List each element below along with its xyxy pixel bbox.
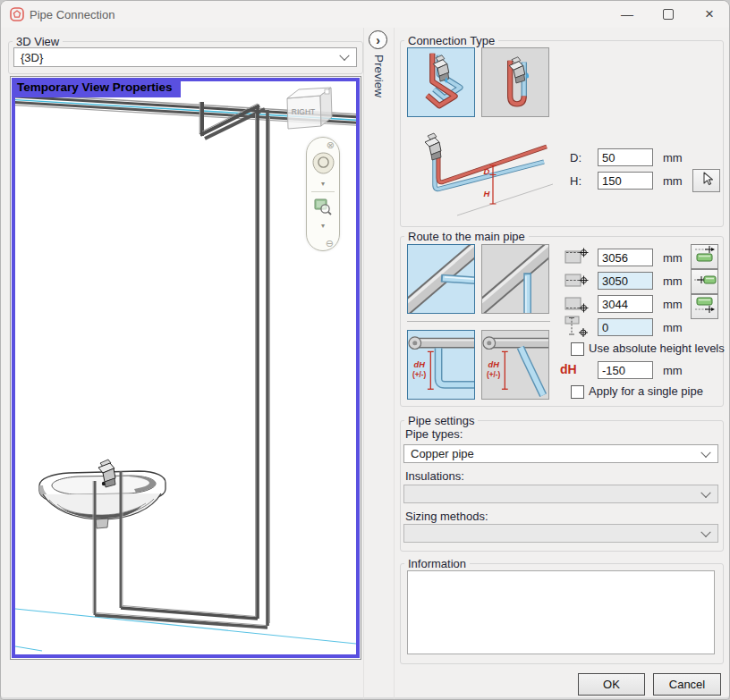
minimize-button[interactable]: — (607, 1, 648, 28)
pipe-types-label: Pipe types: (405, 427, 463, 441)
dh-label: dH (560, 362, 577, 376)
pipe-connection-dialog: Pipe Connection — × 3D View {3D} Tempora… (0, 0, 730, 700)
navbar-close-icon[interactable]: ⊗ (327, 140, 335, 150)
align-center-icon (693, 269, 717, 294)
pick-in-model-button[interactable] (692, 169, 720, 192)
route-option-parallel[interactable] (407, 244, 475, 314)
cursor-pick-icon (699, 170, 715, 191)
route-thumbs-divider (407, 321, 550, 322)
sink (39, 460, 166, 528)
thumb-dh-text: dH (488, 360, 499, 369)
sizing-methods-label: Sizing methods: (405, 510, 488, 523)
viewcube: RIGHT (287, 88, 332, 129)
route-option-angled-drop[interactable]: dH (+/-) (481, 330, 549, 400)
dh-dimension (428, 351, 434, 389)
offset-center-input[interactable] (598, 272, 653, 290)
dh-unit: mm (663, 364, 683, 377)
align-center-button[interactable] (691, 269, 718, 294)
h-label: H: (570, 174, 581, 188)
chevron-down-icon (339, 51, 349, 61)
dh-dimension (502, 351, 508, 389)
sizing-methods-select[interactable] (403, 524, 718, 543)
maximize-icon (663, 9, 674, 20)
align-bottom-icon (693, 294, 717, 319)
ok-button[interactable]: OK (578, 673, 645, 696)
route-group-label: Route to the main pipe (408, 230, 525, 243)
h-unit: mm (663, 174, 683, 188)
preview-frame: Temporary View Properties (10, 76, 361, 660)
connection-type-option-2[interactable] (481, 47, 549, 117)
thumb-pm-text: (+/-) (412, 371, 427, 379)
viewcube-home-icon (325, 89, 329, 94)
route-option-perpendicular[interactable] (481, 244, 549, 314)
connection-diagram: D H (408, 128, 553, 219)
offset-bottom-input[interactable] (598, 295, 653, 313)
minimize-icon: — (621, 7, 633, 21)
d-input[interactable] (598, 148, 653, 166)
navigation-bar[interactable]: ⊗ ▾ ▾ ⊖ (306, 137, 340, 251)
connection-type-label: Connection Type (408, 34, 495, 47)
pipe-depth-reference-icon (564, 316, 589, 341)
pipe-bottom-reference-icon (564, 294, 589, 317)
use-absolute-label[interactable]: Use absolute height levels (589, 342, 725, 355)
dimension-lines (490, 165, 497, 204)
pipe-settings-label: Pipe settings (408, 414, 474, 427)
close-button[interactable]: × (689, 1, 730, 28)
information-textarea[interactable] (407, 570, 715, 654)
align-top-button[interactable] (691, 244, 718, 269)
pipe-top-reference-icon (564, 248, 589, 271)
chevron-down-icon (700, 447, 710, 457)
pipe-types-select[interactable]: Copper pipe (403, 444, 718, 463)
viewcube-face-label: RIGHT (292, 107, 315, 116)
insulations-label: Insulations: (405, 469, 464, 483)
apply-single-pipe-checkbox[interactable] (571, 385, 584, 399)
align-bottom-button[interactable] (691, 294, 718, 319)
pipe-types-value: Copper pipe (411, 447, 474, 460)
navbar-collapse-icon[interactable]: ⊖ (326, 239, 334, 249)
pipe-center-reference-icon (564, 271, 589, 294)
insulations-select[interactable] (403, 485, 718, 503)
app-icon (10, 7, 24, 25)
view-select-value: {3D} (21, 51, 43, 64)
temporary-view-banner[interactable]: Temporary View Properties (12, 78, 181, 97)
view3d-canvas[interactable]: Temporary View Properties (12, 78, 360, 658)
maximize-button[interactable] (648, 1, 689, 28)
title-bar[interactable]: Pipe Connection — × (1, 1, 729, 28)
offset-depth-input[interactable] (598, 318, 653, 336)
connection-type-option-1[interactable] (407, 47, 475, 117)
dh-input[interactable] (598, 361, 653, 379)
d-label: D: (570, 151, 581, 164)
d-unit: mm (663, 151, 683, 164)
zoom-menu-caret-icon[interactable]: ▾ (321, 222, 325, 230)
offset-top-input[interactable] (598, 249, 653, 266)
close-icon: × (705, 5, 714, 23)
bottom-pipe-runs (95, 606, 267, 628)
preview-tab[interactable]: Preview (372, 55, 386, 97)
zoom-tool-icon[interactable] (312, 196, 334, 221)
expand-preview-button[interactable]: › (369, 30, 387, 49)
cancel-button[interactable]: Cancel (653, 673, 721, 696)
offset-center-unit: mm (663, 274, 683, 288)
offset-depth-unit: mm (663, 321, 683, 334)
view-select[interactable]: {3D} (13, 47, 357, 67)
thumb-pm-text: (+/-) (487, 371, 501, 379)
offset-top-unit: mm (663, 251, 683, 265)
expand-chevron-icon: › (376, 34, 380, 46)
preview-strip: › Preview (363, 28, 395, 699)
chevron-down-icon (700, 527, 710, 536)
diagram-h-mark: H (484, 189, 491, 198)
use-absolute-checkbox[interactable] (571, 342, 584, 356)
h-input[interactable] (598, 172, 653, 190)
scene-3d: RIGHT (15, 81, 356, 654)
diagram-d-mark: D (484, 166, 490, 176)
navbar-divider (311, 191, 335, 192)
chevron-down-icon (700, 487, 710, 497)
view-group-label: 3D View (16, 35, 59, 48)
offset-bottom-unit: mm (663, 298, 683, 311)
apply-single-pipe-label[interactable]: Apply for a single pipe (589, 384, 703, 398)
wheel-menu-caret-icon[interactable]: ▾ (321, 180, 325, 188)
level-line-2 (15, 646, 42, 651)
information-label: Information (408, 557, 466, 570)
route-option-vertical-drop[interactable]: dH (+/-) (407, 330, 475, 400)
steering-wheel-icon[interactable] (311, 151, 335, 179)
